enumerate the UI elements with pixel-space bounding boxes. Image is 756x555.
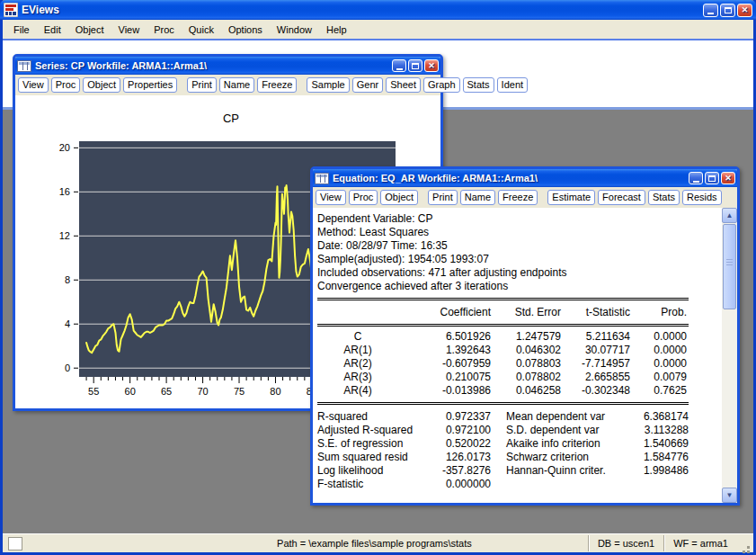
- coef-table-row: AR(2)-0.6079590.078803-7.7149570.0000: [317, 357, 689, 371]
- scroll-thumb[interactable]: [723, 224, 736, 309]
- series-window-icon: [17, 60, 31, 72]
- print-button[interactable]: Print: [187, 77, 217, 93]
- series-toolbar: ViewProcObjectPropertiesPrintNameFreezeS…: [15, 75, 440, 95]
- coef-value: 0.078803: [491, 357, 561, 371]
- estimate-button[interactable]: Estimate: [547, 190, 595, 205]
- summary-stat-cell: 0.972100: [418, 424, 491, 437]
- regression-header-line: Method: Least Squares: [317, 226, 722, 239]
- summary-stat-cell: Mean dependent var: [506, 410, 635, 424]
- menu-edit[interactable]: Edit: [37, 22, 68, 37]
- series-restore-button[interactable]: [408, 59, 422, 72]
- menu-proc[interactable]: Proc: [147, 22, 182, 37]
- x-tick-label: 80: [270, 386, 280, 397]
- coef-value: 0.078802: [491, 371, 561, 384]
- resids-button[interactable]: Resids: [682, 190, 722, 205]
- properties-button[interactable]: Properties: [123, 77, 177, 93]
- summary-stat-row: Log likelihood-357.8276Hannan-Quinn crit…: [317, 464, 689, 478]
- coef-value: -7.714957: [561, 357, 630, 371]
- y-tick-label: 20: [59, 142, 70, 153]
- summary-stat-cell: Sum squared resid: [317, 451, 418, 464]
- coef-value: 0.0000: [630, 330, 687, 344]
- status-path: Path = \example files\sample programs\st…: [26, 538, 588, 549]
- print-button[interactable]: Print: [428, 190, 458, 205]
- equation-minimize-button[interactable]: [689, 172, 703, 184]
- view-button[interactable]: View: [18, 77, 49, 93]
- minimize-button[interactable]: [703, 4, 718, 17]
- series-close-button[interactable]: ✕: [424, 59, 439, 72]
- object-button[interactable]: Object: [380, 190, 418, 205]
- freeze-button[interactable]: Freeze: [498, 190, 538, 205]
- menu-window[interactable]: Window: [270, 22, 319, 37]
- graph-button[interactable]: Graph: [423, 77, 460, 93]
- scroll-up-button[interactable]: ▲: [722, 208, 737, 223]
- maximize-button[interactable]: [720, 4, 735, 17]
- menu-quick[interactable]: Quick: [182, 22, 221, 37]
- coef-table-row: AR(1)1.3926430.04630230.077170.0000: [317, 344, 689, 357]
- summary-stat-row: Sum squared resid126.0173Schwarz criteri…: [317, 451, 689, 464]
- coef-col-header: Prob.: [630, 306, 687, 319]
- genr-button[interactable]: Genr: [352, 77, 383, 93]
- main-titlebar[interactable]: EViews ✕: [0, 0, 756, 20]
- summary-stat-cell: Akaike info criterion: [506, 437, 635, 451]
- equation-restore-button[interactable]: [705, 172, 719, 184]
- menu-file[interactable]: File: [6, 22, 37, 37]
- y-tick-label: 8: [65, 274, 70, 285]
- coef-col-header: t-Statistic: [561, 306, 630, 319]
- close-button[interactable]: ✕: [737, 4, 752, 17]
- vertical-scrollbar[interactable]: ▲ ▼: [722, 208, 737, 503]
- coef-value: 1.392643: [398, 344, 491, 357]
- series-minimize-button[interactable]: [392, 59, 406, 72]
- menu-options[interactable]: Options: [221, 22, 270, 37]
- status-db: DB = uscen1: [588, 535, 663, 551]
- coef-value: 0.046302: [491, 344, 561, 357]
- equation-close-button[interactable]: ✕: [721, 172, 735, 184]
- name-button[interactable]: Name: [219, 77, 254, 93]
- stats-button[interactable]: Stats: [648, 190, 680, 205]
- coef-value: 0.7625: [630, 384, 687, 398]
- coef-value: 0.0079: [630, 371, 687, 384]
- x-tick-label: 60: [125, 386, 136, 397]
- resize-grip[interactable]: [737, 536, 752, 551]
- eviews-main-window: EViews ✕ FileEditObjectViewProcQuickOpti…: [0, 0, 756, 555]
- summary-stat-cell: R-squared: [317, 410, 418, 424]
- coef-value: -0.013986: [398, 384, 491, 398]
- coef-variable: AR(3): [317, 371, 398, 384]
- summary-stat-cell: 126.0173: [418, 451, 491, 464]
- stats-button[interactable]: Stats: [463, 77, 494, 93]
- coef-value: -0.302348: [561, 384, 630, 398]
- summary-stat-cell: 1.540669: [635, 437, 689, 451]
- view-button[interactable]: View: [316, 190, 346, 205]
- ident-button[interactable]: Ident: [497, 77, 528, 93]
- summary-stat-cell: 1.584776: [635, 451, 689, 464]
- coef-value: 30.07717: [561, 344, 630, 357]
- eviews-logo-icon: [4, 3, 18, 17]
- proc-button[interactable]: Proc: [349, 190, 378, 205]
- coef-table-row: AR(4)-0.0139860.046258-0.3023480.7625: [317, 384, 689, 398]
- scroll-down-button[interactable]: ▼: [722, 488, 737, 503]
- coef-col-header: Coefficient: [398, 306, 491, 319]
- freeze-button[interactable]: Freeze: [257, 77, 297, 93]
- coef-table-body: C6.5019261.2475795.2116340.0000AR(1)1.39…: [317, 327, 689, 402]
- summary-stat-cell: -357.8276: [418, 464, 491, 478]
- object-button[interactable]: Object: [83, 77, 120, 93]
- sheet-button[interactable]: Sheet: [386, 77, 421, 93]
- coef-table-header: CoefficientStd. Errort-StatisticProb.: [317, 300, 689, 324]
- menu-help[interactable]: Help: [319, 22, 354, 37]
- proc-button[interactable]: Proc: [51, 77, 81, 93]
- forecast-button[interactable]: Forecast: [598, 190, 645, 205]
- equation-window-titlebar[interactable]: Equation: EQ_AR Workfile: ARMA1::Arma1\ …: [313, 169, 737, 187]
- summary-stat-cell: 0.972337: [418, 410, 491, 424]
- summary-stats: R-squared0.972337Mean dependent var6.368…: [317, 405, 689, 491]
- series-window-titlebar[interactable]: Series: CP Workfile: ARMA1::Arma1\ ✕: [15, 57, 440, 75]
- regression-header-line: Convergence achieved after 3 iterations: [317, 280, 722, 293]
- equation-output-client: Dependent Variable: CPMethod: Least Squa…: [313, 208, 737, 503]
- summary-stat-cell: 0.520022: [418, 437, 491, 451]
- name-button[interactable]: Name: [460, 190, 495, 205]
- sample-button[interactable]: Sample: [307, 77, 349, 93]
- coef-variable: AR(2): [317, 357, 398, 371]
- summary-stat-row: Adjusted R-squared0.972100S.D. dependent…: [317, 424, 689, 437]
- menu-view[interactable]: View: [111, 22, 147, 37]
- menu-object[interactable]: Object: [68, 22, 111, 37]
- summary-stat-row: F-statistic0.000000: [317, 478, 689, 491]
- chart-title: CP: [223, 112, 239, 125]
